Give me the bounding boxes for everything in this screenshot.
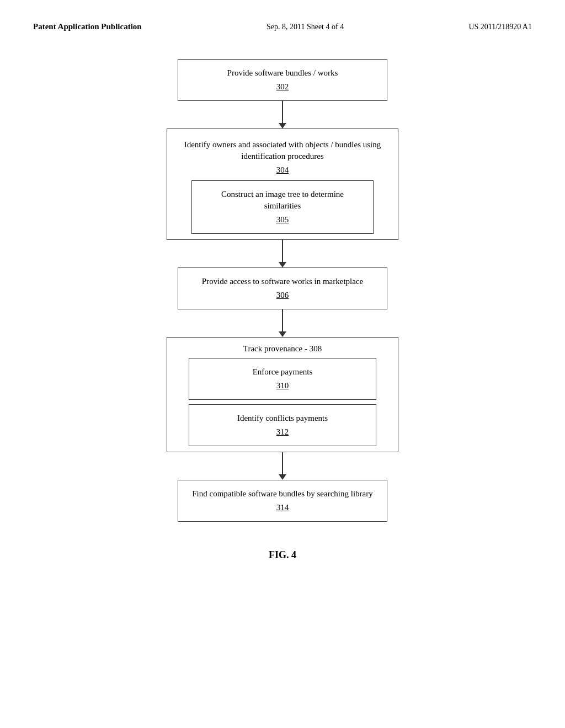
arrow-306-to-308	[279, 309, 286, 337]
step-305-text: Construct an image tree to determine sim…	[221, 190, 344, 210]
step-302-box: Provide software bundles / works 302	[178, 59, 387, 101]
step-310-text: Enforce payments	[253, 367, 313, 376]
arrow-head-2	[279, 262, 286, 267]
step-312-box: Identify conflicts payments 312	[189, 404, 376, 446]
step-314-text: Find compatible software bundles by sear…	[192, 489, 372, 498]
step-305-box: Construct an image tree to determine sim…	[191, 180, 374, 234]
step-302-ref: 302	[189, 81, 376, 93]
fig-caption: FIG. 4	[269, 549, 296, 561]
arrow-head	[279, 123, 286, 129]
diagram-area: Provide software bundles / works 302 Ide…	[33, 53, 532, 561]
track-provenance-group: Track provenance - 308 Enforce payments …	[167, 337, 398, 452]
step-304-ref: 304	[178, 164, 387, 176]
step-310-ref: 310	[200, 380, 365, 392]
arrow-head-3	[279, 331, 286, 337]
step-312-ref: 312	[200, 426, 365, 438]
arrow-302-to-304	[279, 101, 286, 129]
step-306-text: Provide access to software works in mark…	[202, 277, 363, 286]
arrow-line	[282, 101, 283, 123]
step-310-box: Enforce payments 310	[189, 358, 376, 400]
arrow-304-to-306	[279, 240, 286, 267]
arrow-line-3	[282, 309, 283, 331]
step-302-text: Provide software bundles / works	[227, 68, 338, 77]
header-publication-label: Patent Application Publication	[33, 22, 142, 31]
step-312-text: Identify conflicts payments	[237, 414, 328, 422]
arrow-line-2	[282, 240, 283, 262]
page-header: Patent Application Publication Sep. 8, 2…	[33, 22, 532, 31]
arrow-308-to-314	[279, 452, 286, 480]
fig-caption-text: FIG. 4	[269, 549, 296, 560]
step-304-outer-group: Identify owners and associated with obje…	[167, 129, 398, 240]
step-305-ref: 305	[203, 214, 362, 226]
step-306-ref: 306	[189, 290, 376, 301]
arrow-line-4	[282, 452, 283, 474]
step-304-label: Identify owners and associated with obje…	[173, 135, 392, 180]
step-314-ref: 314	[189, 502, 376, 513]
step-308-label: Track provenance - 308	[167, 338, 398, 358]
step-306-box: Provide access to software works in mark…	[178, 267, 387, 309]
arrow-head-4	[279, 474, 286, 480]
prov-inner-group: Enforce payments 310 Identify conflicts …	[167, 358, 398, 452]
step-304-text: Identify owners and associated with obje…	[184, 140, 381, 160]
step-314-box: Find compatible software bundles by sear…	[178, 480, 387, 522]
header-patent-number: US 2011/218920 A1	[468, 23, 532, 31]
page: Patent Application Publication Sep. 8, 2…	[0, 0, 565, 728]
header-date-sheet: Sep. 8, 2011 Sheet 4 of 4	[266, 23, 344, 31]
step-308-text: Track provenance - 308	[243, 344, 322, 353]
